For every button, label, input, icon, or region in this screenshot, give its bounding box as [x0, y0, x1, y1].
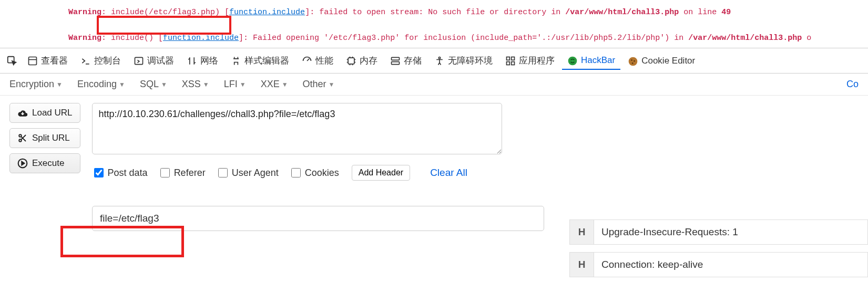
svg-point-12	[629, 57, 638, 66]
error-file: /var/www/html/chall3.php	[688, 34, 802, 43]
user-agent-checkbox[interactable]: User Agent	[218, 168, 279, 179]
header-value[interactable]: Upgrade-Insecure-Requests: 1	[594, 220, 867, 231]
storage-icon	[390, 56, 401, 66]
add-header-button[interactable]: Add Header	[352, 165, 410, 181]
hackbar-main: Load URL Split URL Execute Post data Ref…	[0, 96, 868, 188]
inspector-icon	[27, 56, 38, 66]
tab-style-editor[interactable]: 样式编辑器	[226, 51, 294, 70]
tab-console[interactable]: 控制台	[75, 51, 126, 70]
svg-point-16	[19, 134, 22, 137]
url-input[interactable]	[92, 103, 502, 154]
cookie-icon	[628, 56, 638, 66]
referer-checkbox[interactable]: Referer	[160, 168, 206, 179]
tab-memory[interactable]: 内存	[341, 51, 383, 70]
function-include-link[interactable]: function.include	[163, 34, 239, 43]
svg-point-13	[631, 59, 632, 61]
hackbar-right-link[interactable]: Co	[846, 79, 859, 90]
svg-point-6	[438, 57, 440, 58]
svg-rect-4	[392, 57, 400, 60]
error-lineno: 49	[721, 8, 731, 17]
svg-point-14	[634, 60, 635, 61]
error-msg: ]: Failed opening '/etc/flag3.php' for i…	[239, 34, 688, 43]
function-include-link[interactable]: function.include	[229, 8, 305, 17]
svg-rect-1	[29, 57, 37, 65]
cloud-download-icon	[17, 108, 28, 118]
menu-other[interactable]: Other ▼	[303, 79, 335, 90]
clear-all-link[interactable]: Clear All	[430, 167, 467, 179]
hackbar-icon	[567, 55, 578, 66]
tab-hackbar[interactable]: HackBar	[562, 52, 620, 70]
split-url-button[interactable]: Split URL	[9, 128, 80, 148]
style-icon	[231, 56, 241, 66]
error-msg: ]: failed to open stream: No such file o…	[305, 8, 565, 17]
hackbar-options-row: Post data Referer User Agent Cookies Add…	[92, 165, 502, 181]
headers-panel: H Upgrade-Insecure-Requests: 1 H Connect…	[569, 219, 868, 231]
chevron-down-icon: ▼	[282, 81, 288, 88]
console-icon	[80, 56, 91, 66]
menu-xss[interactable]: XSS ▼	[182, 79, 209, 90]
hackbar-menubar: Encryption ▼ Encoding ▼ SQL ▼ XSS ▼ LFI …	[0, 74, 868, 96]
play-circle-icon	[17, 158, 28, 169]
menu-xxe[interactable]: XXE ▼	[261, 79, 288, 90]
tab-inspector[interactable]: 查看器	[22, 51, 73, 70]
network-icon	[187, 56, 197, 66]
devtools-tab-bar: 查看器 控制台 调试器 网络 样式编辑器 性能 内存 存储 无障碍环境 应用程序…	[0, 48, 868, 74]
menu-encoding[interactable]: Encoding ▼	[77, 79, 125, 90]
svg-rect-7	[507, 57, 510, 60]
tab-network[interactable]: 网络	[181, 51, 223, 70]
svg-point-11	[568, 56, 577, 65]
svg-rect-5	[392, 61, 400, 64]
tab-performance[interactable]: 性能	[297, 51, 339, 70]
header-row: H Upgrade-Insecure-Requests: 1	[569, 219, 868, 231]
cookies-checkbox[interactable]: Cookies	[291, 168, 339, 179]
chevron-down-icon: ▼	[56, 81, 63, 88]
tab-accessibility[interactable]: 无障碍环境	[429, 51, 498, 70]
svg-point-17	[19, 139, 22, 142]
execute-button[interactable]: Execute	[9, 153, 80, 173]
highlight-box-postdata	[60, 226, 184, 231]
error-file: /var/www/html/chall3.php	[565, 8, 679, 17]
svg-rect-9	[507, 61, 510, 65]
debugger-icon	[134, 56, 144, 66]
svg-rect-3	[348, 58, 354, 64]
scissors-icon	[17, 133, 28, 143]
element-picker-button[interactable]	[4, 53, 20, 69]
performance-icon	[302, 56, 312, 66]
chevron-down-icon: ▼	[119, 81, 125, 88]
tab-storage[interactable]: 存储	[385, 51, 427, 70]
menu-lfi[interactable]: LFI ▼	[224, 79, 246, 90]
tab-cookie-editor[interactable]: Cookie Editor	[622, 53, 700, 69]
memory-icon	[346, 56, 356, 66]
application-icon	[505, 56, 516, 66]
chevron-down-icon: ▼	[329, 81, 335, 88]
tab-debugger[interactable]: 调试器	[128, 51, 179, 70]
chevron-down-icon: ▼	[203, 81, 209, 88]
chevron-down-icon: ▼	[161, 81, 167, 88]
svg-point-15	[632, 62, 634, 64]
svg-rect-10	[512, 61, 515, 65]
highlight-box-include	[97, 16, 231, 35]
menu-encryption[interactable]: Encryption ▼	[9, 79, 63, 90]
post-data-checkbox[interactable]: Post data	[94, 168, 148, 179]
svg-rect-8	[512, 57, 515, 60]
chevron-down-icon: ▼	[240, 81, 246, 88]
accessibility-icon	[434, 56, 445, 66]
tab-application[interactable]: 应用程序	[500, 51, 560, 70]
warning-label: Warning	[68, 34, 101, 43]
load-url-button[interactable]: Load URL	[9, 103, 80, 123]
menu-sql[interactable]: SQL ▼	[140, 79, 167, 90]
header-badge: H	[570, 220, 594, 231]
